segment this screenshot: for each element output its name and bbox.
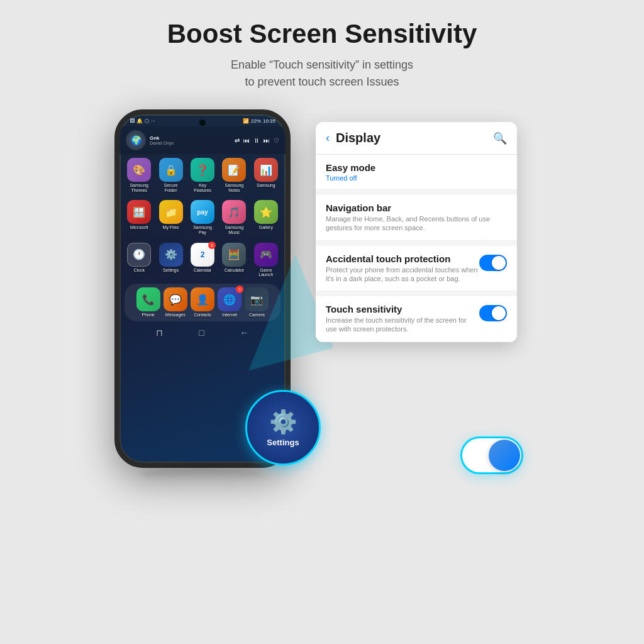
dock-label-contacts: Contacts	[194, 313, 211, 318]
panel-item-accidental: Accidental touch protection Protect your…	[316, 246, 517, 292]
panel-item-sub-accidental: Protect your phone from accidental touch…	[326, 265, 479, 284]
toggle-accidental[interactable]	[479, 255, 507, 271]
phone-reflection	[140, 468, 265, 480]
app-icon-contacts: 👤	[191, 287, 214, 311]
app-label-gallery: Gallery	[259, 225, 273, 230]
app-grid-row1: 🎨 SamsungThemes 🔒 SecureFolder ❓ KeyFeat…	[119, 154, 286, 196]
dock-label-phone: Phone	[142, 313, 154, 318]
app-icon-music: 🎵	[222, 200, 246, 224]
app-icon-gallery: ⭐	[254, 200, 278, 224]
app-label-secure: SecureFolder	[164, 183, 178, 192]
app-icon-ms: 🪟	[127, 200, 151, 224]
app-label-notes: SamsungNotes	[225, 183, 244, 192]
music-avatar: 🌍	[126, 130, 146, 150]
app-samsung-themes: 🎨 SamsungThemes	[125, 158, 153, 192]
app-samsung-notes: 📝 SamsungNotes	[219, 158, 248, 192]
panel-spacer-3	[316, 291, 517, 296]
app-label-samsung: Samsung	[257, 183, 275, 188]
app-label-calendar: Calendar	[194, 268, 211, 273]
settings-panel: ‹ Display 🔍 Easy mode Turned off Navigat…	[316, 122, 517, 342]
panel-back-icon[interactable]: ‹	[326, 131, 330, 145]
app-label-ms: Microsoft	[130, 225, 148, 230]
app-icon-secure: 🔒	[159, 158, 183, 182]
app-icon-notes: 📝	[222, 158, 246, 182]
page-headline: Boost Screen Sensitivity	[167, 19, 477, 49]
camera-notch	[199, 119, 206, 126]
app-gallery: ⭐ Gallery	[252, 200, 280, 235]
status-icons-left: 🖼🔔⬡···	[130, 118, 155, 124]
page-subtitle: Enable “Touch sensitivity” in settings t…	[231, 57, 413, 91]
settings-circle-label: Settings	[267, 438, 299, 447]
dock-phone: 📞 Phone	[136, 287, 160, 318]
panel-item-touch-sensitivity: Touch sensitivity Increase the touch sen…	[316, 296, 517, 342]
panel-item-text-accidental: Accidental touch protection Protect your…	[326, 253, 479, 284]
big-toggle-knob	[489, 440, 520, 471]
app-label-key: KeyFeatures	[194, 183, 211, 192]
settings-circle-icon: ⚙️	[269, 409, 297, 435]
panel-item-nav-bar: Navigation bar Manage the Home, Back, an…	[316, 195, 517, 241]
dock-contacts: 👤 Contacts	[191, 287, 214, 318]
app-samsung-pay: pay SamsungPay	[188, 200, 217, 235]
app-samsung-music: 🎵 SamsungMusic	[219, 200, 248, 235]
panel-item-title-sensitivity: Touch sensitivity	[326, 304, 479, 314]
panel-item-title-nav: Navigation bar	[326, 203, 507, 213]
app-icon-settings: ⚙️	[159, 243, 183, 267]
app-secure-folder: 🔒 SecureFolder	[156, 158, 185, 192]
app-samsung: 📊 Samsung	[252, 158, 280, 192]
panel-spacer-2	[316, 241, 517, 246]
panel-item-sub-easy: Turned off	[326, 174, 507, 182]
music-info: Gnk Daniel Onyx	[150, 135, 231, 145]
toggle-touch-sensitivity[interactable]	[479, 305, 507, 321]
nav-menu: ⊓	[156, 328, 163, 338]
panel-item-text-sensitivity: Touch sensitivity Increase the touch sen…	[326, 304, 479, 334]
app-key-features: ❓ KeyFeatures	[188, 158, 217, 192]
app-label-settings: Settings	[163, 268, 179, 273]
app-microsoft: 🪟 Microsoft	[125, 200, 153, 235]
app-icon-pay: pay	[191, 200, 214, 224]
app-icon-calculator: 🧮	[222, 243, 246, 267]
panel-title: Display	[336, 131, 493, 145]
panel-item-title-accidental: Accidental touch protection	[326, 253, 479, 264]
settings-circle-zoom: ⚙️ Settings	[245, 390, 321, 465]
panel-spacer-1	[316, 190, 517, 195]
dock-messages: 💬 Messages	[164, 287, 187, 318]
status-icons-right: 📶 22% 10:35	[243, 118, 275, 124]
dock-label-messages: Messages	[165, 313, 186, 318]
big-toggle[interactable]	[460, 436, 523, 474]
app-icon-themes: 🎨	[127, 158, 151, 182]
app-icon-messages: 💬	[164, 287, 187, 311]
panel-item-easy-mode: Easy mode Turned off	[316, 155, 517, 190]
app-my-files: 📁 My Files	[156, 200, 185, 235]
app-label-music: SamsungMusic	[225, 225, 244, 235]
app-label-pay: SamsungPay	[193, 225, 212, 235]
app-label-files: My Files	[163, 225, 179, 230]
panel-header: ‹ Display 🔍	[316, 122, 517, 155]
panel-search-icon[interactable]: 🔍	[493, 131, 507, 145]
app-icon-key: ❓	[191, 158, 214, 182]
app-settings: ⚙️ Settings	[156, 243, 185, 277]
panel-item-sub-nav: Manage the Home, Back, and Recents butto…	[326, 214, 507, 233]
nav-home: □	[199, 328, 204, 338]
music-player: 🌍 Gnk Daniel Onyx ⇄⏮⏸⏭♡	[119, 126, 286, 154]
app-label-clock: Clock	[133, 268, 145, 273]
app-clock: 🕐 Clock	[125, 243, 153, 277]
app-icon-files: 📁	[159, 200, 183, 224]
app-calendar: 2 1 Calendar	[188, 243, 217, 277]
panel-item-title-easy: Easy mode	[326, 162, 507, 173]
app-icon-samsung: 📊	[254, 158, 278, 182]
app-label-themes: SamsungThemes	[130, 183, 148, 192]
app-icon-calendar: 2 1	[191, 243, 214, 267]
app-icon-clock: 🕐	[127, 243, 151, 267]
app-icon-phone: 📞	[136, 287, 160, 311]
music-controls: ⇄⏮⏸⏭♡	[235, 137, 279, 144]
app-grid-row2: 🪟 Microsoft 📁 My Files pay SamsungPay 🎵 …	[119, 196, 286, 238]
panel-item-sub-sensitivity: Increase the touch sensitivity of the sc…	[326, 316, 479, 334]
big-toggle-container	[460, 436, 523, 474]
